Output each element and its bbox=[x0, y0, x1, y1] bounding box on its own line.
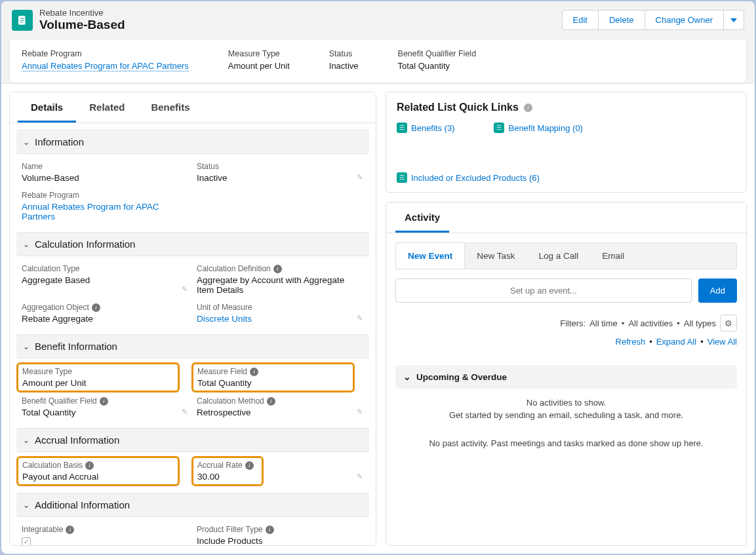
add-button[interactable]: Add bbox=[698, 278, 737, 303]
value-calc-basis: Payout and Accrual bbox=[22, 472, 174, 482]
value-calc-type: Aggregate Based bbox=[22, 275, 174, 285]
timeline-settings-button[interactable]: ⚙ bbox=[720, 315, 737, 332]
expand-all-link[interactable]: Expand All bbox=[656, 337, 696, 347]
tab-related[interactable]: Related bbox=[76, 92, 138, 123]
value-calc-def: Aggregate by Account with Aggregate Item… bbox=[197, 275, 349, 295]
section-calc-info[interactable]: ⌄Calculation Information bbox=[16, 232, 369, 256]
empty-activities-sub: Get started by sending an email, schedul… bbox=[386, 410, 746, 420]
filters-label: Filters: bbox=[560, 318, 586, 328]
list-icon: ☰ bbox=[397, 123, 407, 133]
info-icon[interactable]: i bbox=[250, 368, 258, 376]
checkbox-integratable: ✓ bbox=[22, 537, 31, 546]
edit-pencil-icon[interactable]: ✎ bbox=[182, 408, 188, 416]
more-actions-button[interactable] bbox=[724, 10, 744, 30]
label-accrual-rate: Accrual Rate i bbox=[197, 461, 258, 470]
info-icon[interactable]: i bbox=[266, 526, 274, 534]
filter-activities: All activities bbox=[628, 318, 673, 328]
label-integratable: Integratable i bbox=[22, 525, 174, 534]
ql-mapping[interactable]: Benefit Mapping (0) bbox=[508, 123, 582, 133]
list-icon: ☰ bbox=[397, 172, 407, 183]
info-icon[interactable]: i bbox=[85, 461, 94, 470]
link-uom[interactable]: Discrete Units bbox=[197, 314, 252, 324]
quicklinks-card: Related List Quick Links i ☰Benefits (3)… bbox=[386, 92, 747, 193]
hl-label-rebate-program: Rebate Program bbox=[22, 49, 189, 58]
edit-pencil-icon[interactable]: ✎ bbox=[182, 285, 188, 294]
details-panel: Details Related Benefits ⌄Information Na… bbox=[9, 92, 376, 546]
hl-value-measure-type: Amount per Unit bbox=[228, 61, 290, 71]
info-icon[interactable]: i bbox=[92, 303, 100, 312]
change-owner-button[interactable]: Change Owner bbox=[645, 10, 724, 30]
value-name: Volume-Based bbox=[22, 173, 174, 183]
label-calc-type: Calculation Type bbox=[22, 264, 174, 273]
empty-activities-msg: No activities to show. bbox=[386, 398, 746, 408]
gear-icon: ⚙ bbox=[725, 318, 732, 328]
edit-button[interactable]: Edit bbox=[562, 10, 599, 30]
label-measure-field: Measure Field i bbox=[197, 367, 349, 376]
info-icon[interactable]: i bbox=[100, 397, 108, 406]
tab-new-event[interactable]: New Event bbox=[396, 243, 465, 269]
hl-value-status: Inactive bbox=[329, 61, 359, 71]
value-bqf: Total Quantity bbox=[22, 408, 174, 417]
header-actions: Edit Delete Change Owner bbox=[562, 10, 744, 30]
tab-new-task[interactable]: New Task bbox=[465, 243, 527, 269]
label-measure-type: Measure Type bbox=[22, 367, 174, 376]
tab-email[interactable]: Email bbox=[590, 243, 636, 269]
chevron-down-icon: ⌄ bbox=[23, 501, 30, 510]
info-icon[interactable]: i bbox=[66, 526, 74, 534]
tab-activity[interactable]: Activity bbox=[395, 202, 449, 233]
chevron-down-icon: ⌄ bbox=[23, 436, 30, 445]
record-header: Rebate Incentive Volume-Based Edit Delet… bbox=[1, 1, 755, 84]
ql-benefits[interactable]: Benefits (3) bbox=[411, 123, 454, 133]
info-icon[interactable]: i bbox=[524, 104, 532, 112]
hl-link-rebate-program[interactable]: Annual Rebates Program for APAC Partners bbox=[22, 61, 189, 71]
record-name: Volume-Based bbox=[39, 18, 125, 32]
value-agg-obj: Rebate Aggregate bbox=[22, 314, 174, 324]
chevron-down-icon: ⌄ bbox=[23, 240, 30, 249]
hl-label-measure-type: Measure Type bbox=[228, 49, 290, 58]
highlights-panel: Rebate Program Annual Rebates Program fo… bbox=[9, 40, 747, 83]
edit-pencil-icon[interactable]: ✎ bbox=[357, 173, 363, 182]
value-calc-method: Retrospective bbox=[197, 408, 349, 417]
section-benefit-info[interactable]: ⌄Benefit Information bbox=[16, 334, 369, 358]
value-measure-field: Total Quantity bbox=[197, 378, 349, 388]
label-bqf: Benefit Qualifier Field i bbox=[22, 396, 174, 406]
value-accrual-rate: 30.00 bbox=[197, 472, 258, 482]
edit-pencil-icon[interactable]: ✎ bbox=[357, 408, 363, 416]
info-icon[interactable]: i bbox=[245, 461, 254, 470]
tab-log-call[interactable]: Log a Call bbox=[527, 243, 591, 269]
label-calc-basis: Calculation Basis i bbox=[22, 461, 174, 470]
label-name: Name bbox=[22, 162, 174, 171]
ql-products[interactable]: Included or Excluded Products (6) bbox=[411, 173, 540, 183]
section-accrual-info[interactable]: ⌄Accrual Information bbox=[16, 428, 369, 452]
past-activities-msg: No past activity. Past meetings and task… bbox=[386, 438, 746, 448]
hl-value-bqf: Total Quantity bbox=[398, 61, 477, 71]
value-status: Inactive bbox=[197, 173, 349, 183]
refresh-link[interactable]: Refresh bbox=[616, 337, 646, 347]
tab-details[interactable]: Details bbox=[18, 92, 76, 123]
label-agg-obj: Aggregation Object i bbox=[22, 303, 174, 312]
edit-pencil-icon[interactable]: ✎ bbox=[357, 472, 363, 481]
object-label: Rebate Incentive bbox=[39, 8, 125, 18]
view-all-link[interactable]: View All bbox=[707, 337, 737, 347]
record-type-icon bbox=[12, 10, 33, 31]
delete-button[interactable]: Delete bbox=[599, 10, 645, 30]
link-rebate-program[interactable]: Annual Rebates Program for APAC Partners bbox=[22, 202, 159, 221]
upcoming-section[interactable]: ⌄Upcoming & Overdue bbox=[395, 365, 737, 389]
info-icon[interactable]: i bbox=[273, 265, 282, 273]
hl-label-bqf: Benefit Qualifier Field bbox=[398, 49, 477, 58]
section-information[interactable]: ⌄Information bbox=[16, 130, 369, 154]
tab-benefits[interactable]: Benefits bbox=[138, 92, 203, 123]
edit-pencil-icon[interactable]: ✎ bbox=[357, 314, 363, 322]
hl-label-status: Status bbox=[329, 49, 359, 58]
chevron-down-icon: ⌄ bbox=[23, 138, 30, 147]
label-uom: Unit of Measure bbox=[197, 303, 349, 312]
info-icon[interactable]: i bbox=[267, 397, 275, 406]
section-additional[interactable]: ⌄Additional Information bbox=[16, 493, 369, 517]
chevron-down-icon: ⌄ bbox=[403, 372, 411, 382]
activity-card: Activity New Event New Task Log a Call E… bbox=[386, 202, 747, 546]
filter-types: All types bbox=[684, 318, 716, 328]
event-input[interactable] bbox=[395, 278, 692, 303]
quicklinks-title: Related List Quick Links bbox=[397, 102, 519, 113]
label-product-filter: Product Filter Type i bbox=[197, 525, 349, 534]
chevron-down-icon bbox=[730, 18, 737, 22]
